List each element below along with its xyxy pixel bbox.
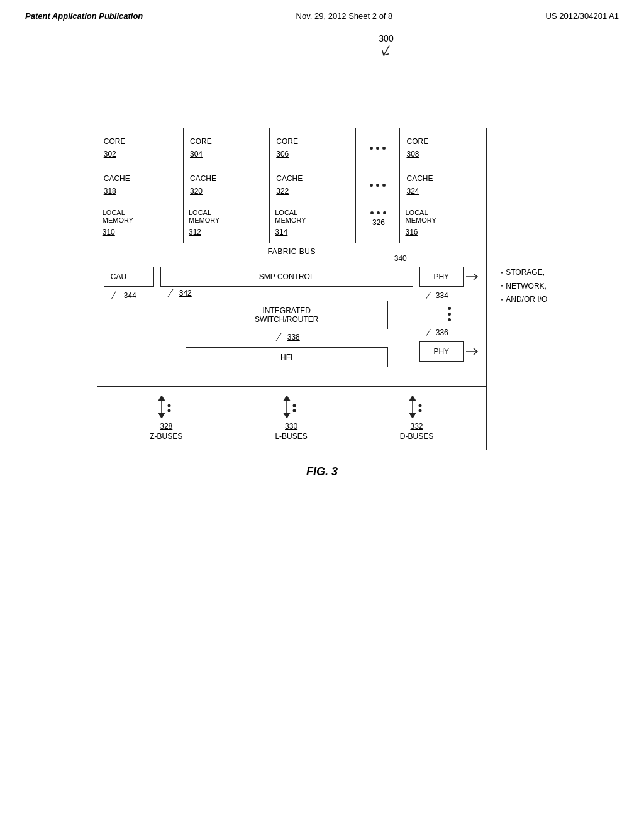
localmem-cell-316: LOCALMEMORY 316 [400,202,486,243]
cache-label-320: CACHE [190,174,263,183]
svg-point-12 [293,404,296,407]
cores-section: CORE 302 CORE 304 CORE 306 CORE [97,128,486,165]
storage-item-io: • AND/OR I/O [501,293,548,307]
core-ref-308: 308 [406,150,479,158]
phy-bot-ref: 336 [436,328,448,337]
bottom-section: CAU 344 SMP CONTROL 340 [97,260,486,386]
core-cell-308: CORE 308 [400,128,486,165]
localmem-dots-area: 326 [356,202,400,243]
ref-300-label: 300 [379,33,394,60]
core-cell-306: CORE 306 [270,128,356,165]
svg-point-9 [168,404,171,407]
localmem-cell-310: LOCALMEMORY 310 [97,202,184,243]
int-switch-ref-area: 338 [274,332,300,342]
localmem-section: LOCALMEMORY 310 LOCALMEMORY 312 LOCALMEM… [97,202,486,243]
l-buses-ref: 330 [285,422,297,431]
header-left: Patent Application Publication [25,11,143,21]
header-center: Nov. 29, 2012 Sheet 2 of 8 [296,11,393,21]
svg-line-2 [168,289,173,297]
fig-caption: FIG. 3 [306,465,338,479]
storage-label-storage: STORAGE, [506,266,545,280]
fabric-bus-label: FABRIC BUS [268,247,316,256]
int-switch-ref: 338 [287,333,300,341]
svg-point-15 [418,404,421,407]
fabric-bus-row: FABRIC BUS [97,243,486,260]
z-buses-arrows [157,393,175,421]
core-label-308: CORE [406,137,479,146]
svg-line-3 [276,333,281,341]
integrated-switch-label: INTEGRATEDSWITCH/ROUTER [255,306,318,324]
phy-top-box: PHY [419,267,464,287]
smp-ref-342-area: 342 [165,288,413,298]
l-buses-arrows [282,393,301,421]
d-buses-ref: 332 [411,422,423,431]
cache-dots [356,165,400,202]
cache-cell-324: CACHE 324 [400,165,486,202]
phy-bot-ref-area: 336 [422,328,448,338]
smp-control-box: SMP CONTROL [160,267,413,287]
storage-item-storage: • STORAGE, [501,266,548,280]
diagram-wrapper: CORE 302 CORE 304 CORE 306 CORE [97,90,548,450]
cache-label-322: CACHE [276,174,349,183]
smp-ref-340: 340 [394,254,407,263]
storage-list: • STORAGE, • NETWORK, • AND/OR I/O [497,266,548,307]
phy-bottom-box: PHY [419,341,464,362]
svg-line-5 [426,292,431,299]
localmem-ref-326: 326 [372,218,385,227]
phy-top-ref: 334 [436,291,448,300]
hfi-label: HFI [280,353,292,362]
storage-label-io: AND/OR I/O [506,293,547,307]
phy-top-ref-area: 334 [422,290,448,301]
cau-ref: 344 [124,291,136,300]
localmem-cell-314: LOCALMEMORY 314 [270,202,356,243]
svg-point-10 [168,409,171,412]
localmem-ref-310: 310 [103,228,179,236]
localmem-label-310: LOCALMEMORY [103,209,179,224]
chip-box: CORE 302 CORE 304 CORE 306 CORE [97,128,487,450]
cau-box: CAU [104,267,154,287]
integrated-switch-box: INTEGRATEDSWITCH/ROUTER [186,301,388,329]
core-ref-306: 306 [276,150,349,158]
storage-label-network: NETWORK, [506,280,547,294]
svg-point-13 [293,409,296,412]
core-cell-304: CORE 304 [184,128,270,165]
smp-ref-342: 342 [179,289,192,297]
buses-area: 328 Z-BUSES 330 L-BU [97,386,486,441]
page-header: Patent Application Publication Nov. 29, … [0,0,644,27]
localmem-label-314: LOCALMEMORY [275,209,352,224]
d-buses-label: D-BUSES [400,432,433,441]
cache-label-324: CACHE [406,174,479,183]
cache-cell-318: CACHE 318 [97,165,184,202]
cache-ref-320: 320 [190,187,263,196]
svg-line-6 [426,329,431,336]
phy-top-label: PHY [433,272,449,281]
cache-cell-322: CACHE 322 [270,165,356,202]
localmem-ref-314: 314 [275,228,352,236]
z-buses-group: 328 Z-BUSES [150,393,182,441]
localmem-cell-312: LOCALMEMORY 312 [184,202,270,243]
cau-label: CAU [111,272,126,281]
core-cell-302: CORE 302 [97,128,184,165]
storage-item-network: • NETWORK, [501,280,548,294]
fig-caption-text: FIG. 3 [306,465,338,478]
localmem-label-316: LOCALMEMORY [405,209,482,224]
core-ref-304: 304 [190,150,263,158]
svg-line-1 [111,290,116,299]
right-panel: • STORAGE, • NETWORK, • AND/OR I/O [487,90,548,307]
phy-dots [448,304,451,324]
z-buses-ref: 328 [160,422,172,431]
d-buses-group: 332 D-BUSES [400,393,433,441]
core-label-302: CORE [104,137,177,146]
d-buses-arrows [408,393,426,421]
smp-control-label: SMP CONTROL [259,272,314,281]
cache-section: CACHE 318 CACHE 320 CACHE 322 CAC [97,165,486,202]
core-ref-302: 302 [104,150,177,158]
localmem-label-312: LOCALMEMORY [189,209,265,224]
l-buses-group: 330 L-BUSES [275,393,307,441]
localmem-ref-316: 316 [405,228,482,236]
cache-ref-318: 318 [104,187,177,196]
cache-ref-322: 322 [276,187,349,196]
z-buses-label: Z-BUSES [150,432,182,441]
svg-point-16 [418,409,421,412]
phy-bottom-label: PHY [433,347,449,356]
